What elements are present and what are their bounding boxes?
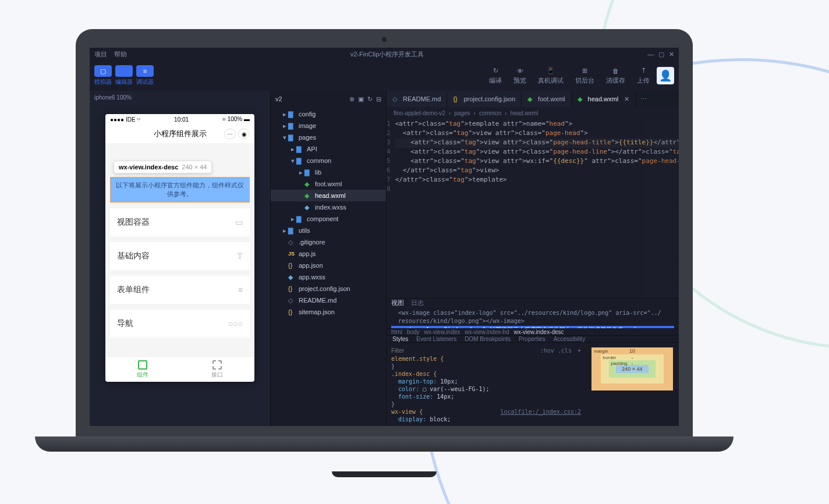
minimize-icon[interactable]: — xyxy=(647,51,654,58)
element-row[interactable]: resources/kind/logo.png"></wx-image> xyxy=(391,318,674,326)
tree-folder[interactable]: ▾▇pages xyxy=(271,132,386,143)
minimap[interactable] xyxy=(644,119,679,298)
tree-file[interactable]: {}app.json xyxy=(271,260,386,271)
folder-icon: ▇ xyxy=(296,215,304,223)
tree-folder[interactable]: ▾▇common xyxy=(271,155,386,166)
tree-file[interactable]: ◆head.wxml xyxy=(271,190,386,201)
maximize-icon[interactable]: ▢ xyxy=(658,51,664,58)
tabbar-item-components[interactable]: 组件 xyxy=(105,357,180,382)
styles-tab[interactable]: Styles xyxy=(392,336,408,342)
list-item[interactable]: 表单组件≡ xyxy=(110,276,250,304)
tree-folder[interactable]: ▸▇utils xyxy=(271,225,386,236)
camera-dot xyxy=(382,37,387,42)
file-icon: {} xyxy=(453,95,460,102)
devtools-tab-log[interactable]: 日志 xyxy=(411,299,424,307)
styles-tab[interactable]: Accessibility xyxy=(554,336,585,342)
breadcrumb-item[interactable]: common xyxy=(479,110,501,116)
menu-item[interactable]: 项目 xyxy=(94,50,107,59)
tabbar-item-api[interactable]: 接口 xyxy=(180,357,254,382)
styles-tab[interactable]: Event Listeners xyxy=(416,336,456,342)
styles-tab[interactable]: DOM Breakpoints xyxy=(465,336,511,342)
menu-dots-icon[interactable]: ⋯ xyxy=(224,129,236,139)
folder-icon: ▇ xyxy=(304,169,313,176)
tree-file[interactable]: JSapp.js xyxy=(271,248,386,260)
box-model: 10 - - 240 × 44 xyxy=(586,343,679,426)
elements-panel[interactable]: <wx-image class="index-logo" src="../res… xyxy=(387,307,679,328)
styles-rules[interactable]: :hov .cls + element.style {}.index-desc … xyxy=(387,343,586,426)
toolbar-action[interactable]: ↻编译 xyxy=(489,67,502,85)
element-path-item[interactable]: body xyxy=(407,329,420,335)
close-icon[interactable]: ✕ xyxy=(669,51,674,58)
project-root: v2 xyxy=(275,95,282,102)
tree-file[interactable]: {}project.config.json xyxy=(271,283,386,294)
editor-tab[interactable]: ◆foot.wxml xyxy=(522,91,571,107)
element-path-item[interactable]: wx-view.index-hd xyxy=(465,329,509,335)
menu-item[interactable]: 帮助 xyxy=(114,50,127,59)
window-title: v2-FinClip小程序开发工具 xyxy=(127,50,647,59)
breadcrumb-item[interactable]: pages xyxy=(454,110,470,116)
tree-folder[interactable]: ▸▇lib xyxy=(271,166,386,178)
mode-button[interactable]: ≡调试器 xyxy=(136,65,154,86)
toolbar-action[interactable]: 🗑清缓存 xyxy=(606,67,625,85)
folder-icon: ▇ xyxy=(288,227,296,235)
tree-file[interactable]: ◇.gitignore xyxy=(271,236,386,248)
editor-tab[interactable]: {}project.config.json xyxy=(447,91,522,107)
toolbar-action[interactable]: 📱真机调试 xyxy=(538,67,564,85)
new-folder-icon[interactable]: ▣ xyxy=(358,95,364,103)
tree-file[interactable]: ◆foot.wxml xyxy=(271,178,386,190)
devtools-tab-view[interactable]: 视图 xyxy=(391,299,404,307)
phone-statusbar: ●●●● IDE ⌔ 10:01 ⌗ 100% ▬ xyxy=(105,114,254,125)
refresh-icon[interactable]: ↻ xyxy=(367,95,373,103)
new-file-icon[interactable]: ⊕ xyxy=(349,95,355,103)
tree-file[interactable]: {}sitemap.json xyxy=(271,306,386,318)
collapse-icon[interactable]: ⊟ xyxy=(376,95,381,103)
toolbar-action[interactable]: ⊞切后台 xyxy=(575,67,594,85)
chevron-icon: ▸ xyxy=(289,145,296,153)
folder-icon: ▇ xyxy=(296,157,304,165)
chevron-icon: ▸ xyxy=(281,227,288,235)
tree-folder[interactable]: ▸▇image xyxy=(271,120,386,132)
tree-folder[interactable]: ▸▇config xyxy=(271,108,386,120)
folder-icon: ▇ xyxy=(288,111,296,118)
hov-cls-toggle[interactable]: :hov .cls xyxy=(540,347,572,354)
mode-button[interactable]: 编辑器 xyxy=(115,65,133,86)
tree-file[interactable]: ◇README.md xyxy=(271,294,386,306)
cube-icon xyxy=(212,360,222,370)
breadcrumb-item[interactable]: head.wxml xyxy=(511,110,539,116)
tree-folder[interactable]: ▸▇component xyxy=(271,213,386,225)
close-tab-icon[interactable]: ✕ xyxy=(624,95,629,103)
list-item[interactable]: 导航○○○ xyxy=(110,310,250,338)
tree-folder[interactable]: ▸▇API xyxy=(271,143,386,155)
list-item[interactable]: 基础内容𝕋 xyxy=(110,242,250,270)
element-row[interactable]: <wx-image class="index-logo" src="../res… xyxy=(391,310,674,318)
code-editor[interactable]: 12345678 <attr">class="tag">template att… xyxy=(387,119,679,298)
tree-file[interactable]: ◆app.wxss xyxy=(271,271,386,283)
breadcrumb-item[interactable]: fino-applet-demo-v2 xyxy=(394,110,445,116)
list-item[interactable]: 视图容器▭ xyxy=(110,208,250,236)
close-target-icon[interactable]: ◉ xyxy=(238,129,250,139)
mode-button[interactable]: ▢模拟器 xyxy=(94,65,112,86)
tree-file[interactable]: ◆index.wxss xyxy=(271,201,386,213)
chevron-icon: ▾ xyxy=(289,157,296,165)
simulator-panel: iphone6 100% ●●●● IDE ⌔ 10:01 ⌗ 100% ▬ 小… xyxy=(90,91,270,426)
item-icon: ≡ xyxy=(238,285,243,294)
element-path-item[interactable]: wx-view.index-desc xyxy=(513,329,564,335)
styles-tab[interactable]: Properties xyxy=(519,336,545,342)
element-path-item[interactable]: wx-view.index xyxy=(424,329,460,335)
editor-tab[interactable]: ◆head.wxml✕ xyxy=(572,91,636,107)
styles-filter-input[interactable] xyxy=(391,347,534,354)
devtools: 视图 日志 <wx-image class="index-logo" src="… xyxy=(387,298,679,426)
editor-tab[interactable]: ◇README.md xyxy=(387,91,447,107)
file-icon: ◆ xyxy=(578,95,584,103)
breadcrumb: fino-applet-demo-v2›pages›common›head.wx… xyxy=(387,107,679,119)
tab-overflow-icon[interactable]: ⋯ xyxy=(636,91,651,107)
toolbar: ▢模拟器编辑器≡调试器 ↻编译👁预览📱真机调试⊞切后台🗑清缓存⤒上传 👤 xyxy=(90,61,679,91)
add-rule-icon[interactable]: + xyxy=(578,347,581,354)
element-path-item[interactable]: html xyxy=(391,329,402,335)
toolbar-action[interactable]: ⤒上传 xyxy=(637,67,650,85)
toolbar-action[interactable]: 👁预览 xyxy=(513,67,526,85)
avatar[interactable]: 👤 xyxy=(657,67,674,84)
laptop-frame: 项目帮助 v2-FinClip小程序开发工具 — ▢ ✕ ▢模拟器编辑器≡调试器… xyxy=(35,29,734,477)
item-icon: 𝕋 xyxy=(237,251,243,261)
highlighted-element[interactable]: 以下将展示小程序官方组件能力，组件样式仅供参考。 xyxy=(110,177,250,203)
